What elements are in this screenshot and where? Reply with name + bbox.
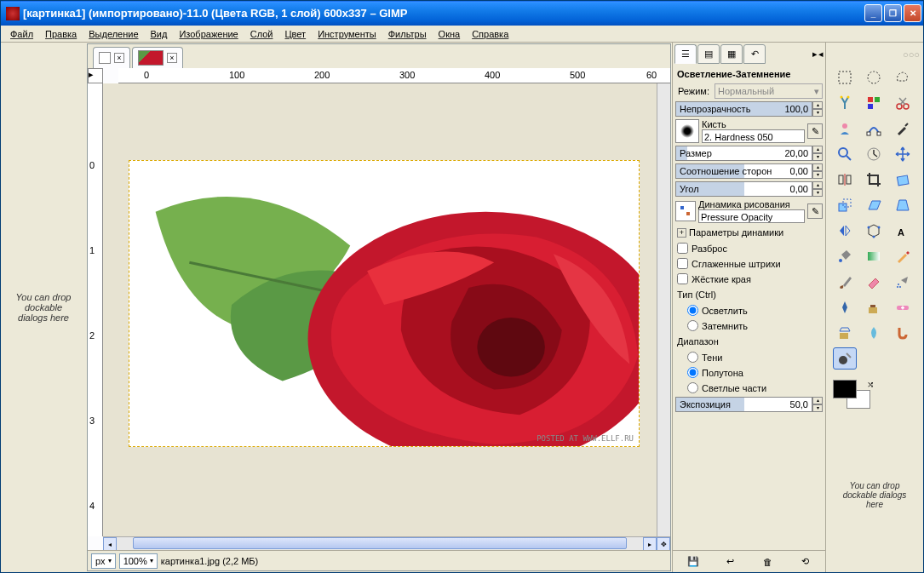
canvas-viewport[interactable]: POSTED AT WWW.ELLF.RU (103, 83, 657, 536)
nav-button[interactable]: ✥ (657, 537, 670, 551)
tab-layers[interactable]: ▤ (697, 44, 720, 64)
ruler-vertical[interactable]: 0 1 2 3 4 (88, 83, 103, 536)
ruler-horizontal[interactable]: 0 100 200 300 400 500 60 (118, 68, 670, 83)
delete-options-icon[interactable]: 🗑 (760, 554, 775, 570)
menu-select[interactable]: Выделение (83, 27, 144, 41)
range-midtones-radio[interactable]: Полутона (675, 366, 823, 379)
range-highlights-radio[interactable]: Светлые части (675, 381, 823, 394)
ink-tool[interactable] (833, 296, 857, 318)
zoom-tool[interactable] (833, 143, 857, 165)
foreground-color[interactable] (833, 380, 857, 398)
menu-filters[interactable]: Фильтры (382, 27, 433, 41)
scroll-left-button[interactable]: ◂ (103, 537, 117, 551)
bucket-fill-tool[interactable] (833, 245, 857, 267)
color-select-tool[interactable] (862, 92, 886, 114)
range-shadows-radio[interactable]: Тени (675, 351, 823, 364)
brush-edit-button[interactable]: ✎ (807, 123, 823, 139)
aspect-slider[interactable]: Соотношение сторон0,00 (675, 163, 812, 179)
tab-undo[interactable]: ↶ (743, 44, 766, 64)
size-slider[interactable]: Размер20,00 (675, 146, 812, 161)
scale-tool[interactable] (833, 194, 857, 216)
aspect-spin[interactable]: ▴▾ (812, 163, 823, 179)
pencil-tool[interactable] (891, 245, 915, 267)
dynamics-preview[interactable] (675, 201, 696, 221)
smudge-tool[interactable] (891, 322, 915, 344)
perspective-clone-tool[interactable] (833, 322, 857, 344)
swap-colors-icon[interactable]: ⤭ (867, 380, 874, 389)
scatter-checkbox[interactable]: Разброс (675, 242, 823, 255)
save-options-icon[interactable]: 💾 (686, 554, 701, 570)
menu-windows[interactable]: Окна (433, 27, 467, 41)
rotate-tool[interactable] (891, 169, 915, 191)
zoom-select[interactable]: 100%▾ (119, 553, 158, 569)
shear-tool[interactable] (862, 194, 886, 216)
align-tool[interactable] (833, 169, 857, 191)
clone-tool[interactable] (862, 296, 886, 318)
unit-select[interactable]: px▾ (91, 553, 116, 569)
rect-select-tool[interactable] (833, 66, 857, 89)
paths-tool[interactable] (862, 117, 886, 140)
opacity-slider[interactable]: Непрозрачность100,0 (675, 101, 812, 117)
text-tool[interactable]: A (891, 220, 915, 242)
color-swatch[interactable]: ⤭ (833, 380, 875, 414)
blend-tool[interactable] (862, 245, 886, 267)
size-spin[interactable]: ▴▾ (812, 146, 823, 161)
dynamics-edit-button[interactable]: ✎ (807, 203, 823, 219)
blur-tool[interactable] (862, 322, 886, 344)
dock-menu-arrow[interactable]: ▸ (812, 49, 818, 60)
type-dodge-radio[interactable]: Осветлить (675, 304, 823, 317)
color-picker-tool[interactable] (891, 117, 915, 140)
type-burn-radio[interactable]: Затемнить (675, 319, 823, 332)
image-canvas[interactable]: POSTED AT WWW.ELLF.RU (129, 160, 640, 447)
brush-name-input[interactable]: 2. Hardness 050 (702, 129, 805, 143)
perspective-tool[interactable] (891, 194, 915, 216)
exposure-spin[interactable]: ▴▾ (812, 397, 823, 412)
close-button[interactable]: ✕ (904, 4, 921, 22)
reset-options-icon[interactable]: ⟲ (797, 554, 812, 570)
menu-edit[interactable]: Правка (39, 27, 83, 41)
brush-preview[interactable] (675, 119, 699, 143)
scroll-right-button[interactable]: ▸ (643, 537, 657, 551)
scissors-tool[interactable] (891, 92, 915, 114)
menu-view[interactable]: Вид (145, 27, 174, 41)
tab-tool-options[interactable]: ☰ (674, 44, 697, 64)
measure-tool[interactable] (862, 143, 886, 165)
dock-menu-button[interactable]: ◂ (818, 49, 824, 60)
ellipse-select-tool[interactable] (862, 66, 886, 89)
minimize-button[interactable]: _ (864, 4, 882, 22)
cage-tool[interactable] (862, 220, 886, 242)
scroll-thumb[interactable] (133, 537, 628, 549)
angle-spin[interactable]: ▴▾ (812, 181, 823, 197)
close-icon[interactable]: × (114, 53, 124, 63)
menu-tools[interactable]: Инструменты (312, 27, 382, 41)
menu-help[interactable]: Справка (466, 27, 514, 41)
menu-image[interactable]: Изображение (173, 27, 244, 41)
scrollbar-horizontal[interactable]: ◂ ▸ ✥ (103, 536, 670, 550)
tab-картинка1[interactable]: × (132, 47, 183, 68)
dynamics-input[interactable]: Pressure Opacity (698, 209, 805, 223)
maximize-button[interactable]: ❐ (884, 4, 902, 22)
hard-edge-checkbox[interactable]: Жёсткие края (675, 272, 823, 285)
angle-slider[interactable]: Угол0,00 (675, 181, 812, 197)
tab-untitled[interactable]: × (93, 47, 130, 68)
toolbox-drop-zone[interactable]: You can drop dockable dialogs here (829, 421, 920, 569)
restore-options-icon[interactable]: ↩ (723, 554, 738, 570)
fuzzy-select-tool[interactable] (833, 92, 857, 114)
smooth-checkbox[interactable]: Сглаженные штрихи (675, 257, 823, 270)
ruler-corner[interactable]: ▸ (88, 68, 103, 83)
airbrush-tool[interactable] (891, 271, 915, 293)
mode-select[interactable]: Нормальный▾ (715, 83, 823, 99)
menu-colors[interactable]: Цвет (278, 27, 312, 41)
dynamics-params-expander[interactable]: +Параметры динамики (675, 226, 823, 239)
left-drop-zone[interactable]: You can drop dockable dialogs here (1, 43, 86, 572)
menu-file[interactable]: Файл (4, 27, 39, 41)
eraser-tool[interactable] (862, 271, 886, 293)
heal-tool[interactable] (891, 296, 915, 318)
free-select-tool[interactable] (891, 66, 915, 89)
exposure-slider[interactable]: Экспозиция50,0 (675, 397, 812, 412)
scrollbar-vertical[interactable] (657, 83, 670, 536)
paintbrush-tool[interactable] (833, 271, 857, 293)
move-tool[interactable] (891, 143, 915, 165)
flip-tool[interactable] (833, 220, 857, 242)
tab-channels[interactable]: ▦ (720, 44, 743, 64)
